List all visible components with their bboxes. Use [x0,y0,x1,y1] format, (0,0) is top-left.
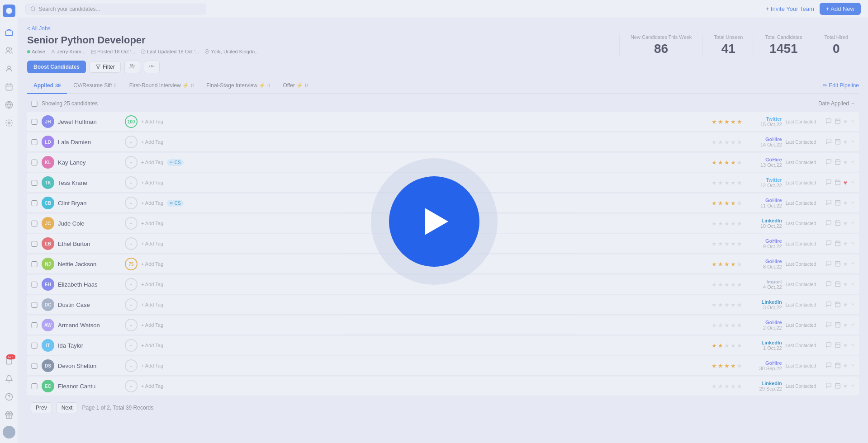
table-row[interactable]: IT Ida Taylor - + Add Tag ★★★★★ LinkedIn… [27,336,859,355]
row-checkbox[interactable] [31,119,38,125]
row-checkbox[interactable] [31,383,38,389]
star-rating[interactable]: ★★★★★ [711,302,742,308]
table-row[interactable]: EH Elizabeth Haas - + Add Tag ★★★★★ Impo… [27,275,859,294]
add-tag-button[interactable]: + Add Tag [141,160,163,165]
more-icon[interactable] [850,159,855,166]
add-tag-button[interactable]: + Add Tag [141,241,163,246]
table-row[interactable]: EC Eleanor Cantu - + Add Tag ★★★★★ Linke… [27,377,859,396]
message-icon[interactable] [825,159,832,166]
table-row[interactable]: DC Dustin Case - + Add Tag ★★★★★ LinkedI… [27,295,859,315]
message-icon[interactable] [825,220,832,227]
add-tag-button[interactable]: + Add Tag [141,282,163,287]
next-button[interactable]: Next [57,402,78,413]
more-icon[interactable] [850,138,855,146]
favorite-icon[interactable]: ♥ [844,362,847,369]
more-icon[interactable] [850,362,855,369]
message-icon[interactable] [825,138,832,146]
more-icon[interactable] [850,220,855,227]
sidebar-item-jobs[interactable] [2,25,16,40]
message-icon[interactable] [825,281,832,288]
sidebar-item-help[interactable] [2,390,16,404]
star-rating[interactable]: ★★★★★ [711,363,742,369]
row-checkbox[interactable] [31,160,38,165]
row-checkbox[interactable] [31,363,38,369]
calendar-icon[interactable] [835,382,841,390]
message-icon[interactable] [825,301,832,309]
options-button[interactable] [144,61,160,73]
more-icon[interactable] [850,321,855,329]
more-icon[interactable] [850,118,855,125]
row-checkbox[interactable] [31,241,38,247]
star-rating[interactable]: ★★★★★ [711,118,742,125]
star-rating[interactable]: ★★★★★ [711,261,742,268]
message-icon[interactable] [825,382,832,390]
select-all-checkbox[interactable] [31,101,38,107]
favorite-icon[interactable]: ♥ [844,342,847,349]
calendar-icon[interactable] [835,179,841,187]
more-icon[interactable] [850,179,855,186]
tab-offer[interactable]: Offer ⚡ 0 [276,78,314,94]
star-rating[interactable]: ★★★★★ [711,159,742,166]
table-row[interactable]: KL Kay Laney - + Add Tag ✏ CS ★★★★★ GoHi… [27,153,859,172]
sidebar-item-calendar[interactable] [2,80,16,94]
filter-button[interactable]: Filter [90,61,121,73]
more-icon[interactable] [850,301,855,308]
date-sort-button[interactable]: Date Applied [818,100,855,107]
user-avatar[interactable] [3,426,15,438]
add-tag-button[interactable]: + Add Tag [141,383,163,389]
boost-candidates-button[interactable]: Boost Candidates [27,61,86,73]
add-tag-button[interactable]: + Add Tag [141,343,163,348]
star-rating[interactable]: ★★★★★ [711,179,742,186]
message-icon[interactable] [825,179,832,187]
add-tag-button[interactable]: + Add Tag [141,261,163,267]
message-icon[interactable] [825,342,832,349]
star-rating[interactable]: ★★★★★ [711,240,742,247]
favorite-icon[interactable]: ♥ [844,159,847,166]
calendar-icon[interactable] [835,281,841,288]
calendar-icon[interactable] [835,260,841,268]
add-new-button[interactable]: + Add New [820,3,861,15]
sidebar-item-settings[interactable] [2,116,16,130]
invite-team-link[interactable]: + Invite Your Team [766,5,814,12]
star-rating[interactable]: ★★★★★ [711,383,742,390]
table-row[interactable]: LD Lala Damien - + Add Tag ★★★★★ GoHire … [27,132,859,152]
sidebar-item-documents[interactable]: 67+ [2,353,16,368]
tab-cv-sift[interactable]: CV/Resume Sift 0 [67,78,123,94]
more-icon[interactable] [850,199,855,207]
calendar-icon[interactable] [835,301,841,309]
message-icon[interactable] [825,240,832,248]
tab-first-round[interactable]: First-Round Interview ⚡ 0 [123,78,200,94]
calendar-icon[interactable] [835,118,841,126]
edit-pipeline-link[interactable]: ✏ Edit Pipeline [823,82,859,89]
add-tag-button[interactable]: + Add Tag [141,180,163,185]
add-tag-button[interactable]: + Add Tag [141,363,163,368]
more-icon[interactable] [850,342,855,349]
calendar-icon[interactable] [835,138,841,146]
sidebar-item-candidates[interactable] [2,43,16,58]
tab-final-stage[interactable]: Final-Stage Interview ⚡ 0 [200,78,276,94]
calendar-icon[interactable] [835,342,841,349]
row-checkbox[interactable] [31,261,38,267]
add-tag-button[interactable]: + Add Tag [141,200,163,206]
search-bar[interactable] [25,4,206,14]
star-rating[interactable]: ★★★★★ [711,281,742,288]
message-icon[interactable] [825,260,832,268]
calendar-icon[interactable] [835,321,841,329]
message-icon[interactable] [825,362,832,370]
row-checkbox[interactable] [31,139,38,145]
calendar-icon[interactable] [835,159,841,166]
sidebar-item-team[interactable] [2,61,16,76]
message-icon[interactable] [825,199,832,207]
calendar-icon[interactable] [835,362,841,370]
favorite-icon[interactable]: ♥ [844,240,847,247]
more-icon[interactable] [850,382,855,390]
table-row[interactable]: DS Devon Shelton - + Add Tag ★★★★★ GoHir… [27,356,859,376]
sidebar-item-analytics[interactable] [2,98,16,112]
row-checkbox[interactable] [31,282,38,287]
row-checkbox[interactable] [31,200,38,206]
star-rating[interactable]: ★★★★★ [711,342,742,349]
sidebar-item-rewards[interactable] [2,408,16,422]
message-icon[interactable] [825,321,832,329]
favorite-icon[interactable]: ♥ [844,118,847,125]
favorite-icon[interactable]: ♥ [844,301,847,308]
